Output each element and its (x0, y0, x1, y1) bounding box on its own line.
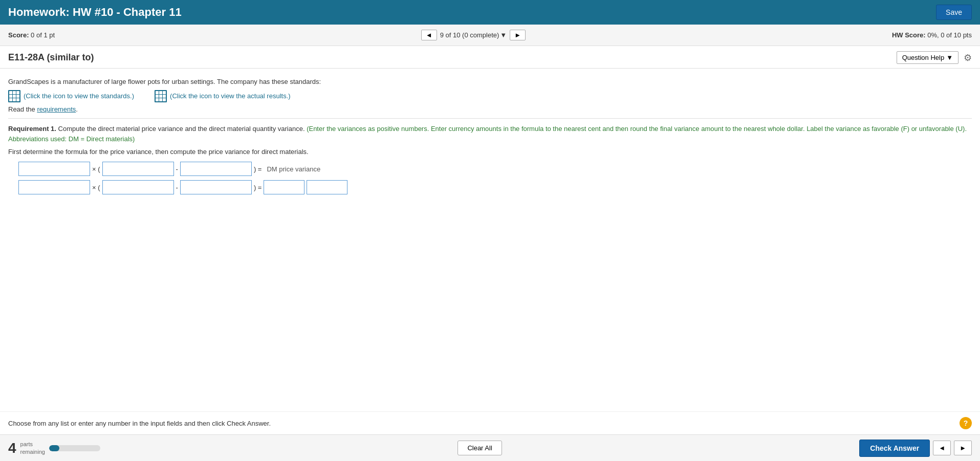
formula-row2-minus: - (176, 184, 178, 191)
formula-row2-variance-label[interactable] (307, 180, 347, 194)
question-help-arrow: ▼ (946, 54, 953, 61)
nav-prev-button[interactable]: ◄ (421, 30, 437, 40)
standards-grid-icon (8, 90, 20, 102)
sub-instruction: First determine the formula for the pric… (8, 148, 972, 156)
formula-row2-input3[interactable] (180, 180, 252, 194)
formula-row-1-labels: × ( - ) = DM price variance (18, 162, 972, 176)
results-grid-icon (155, 90, 167, 102)
formula-row1-input1[interactable] (18, 162, 90, 176)
formula-row2-input1[interactable] (18, 180, 90, 194)
requirements-line: Read the requirements. (8, 105, 972, 113)
formula-row1-close: ) = (254, 165, 262, 173)
formula-row2-result[interactable] (264, 180, 304, 194)
icon-link-row: (Click the icon to view the standards.) … (8, 90, 972, 102)
formula-row2-close: ) = (254, 184, 262, 191)
question-header: E11-28A (similar to) Question Help ▼ ⚙ (0, 46, 980, 69)
formula-row1-label: DM price variance (267, 165, 320, 173)
standards-link[interactable]: (Click the icon to view the standards.) (8, 90, 134, 102)
hw-score-value: 0%, 0 of 10 pts (927, 31, 972, 39)
results-link-text: (Click the icon to view the actual resul… (170, 92, 291, 100)
formula-row-2-values: × ( - ) = (18, 180, 972, 194)
save-button[interactable]: Save (936, 5, 972, 20)
requirements-link[interactable]: requirements (37, 105, 76, 113)
question-help-button[interactable]: Question Help ▼ (897, 51, 959, 64)
question-help-label: Question Help (902, 54, 944, 61)
main-content: GrandScapes is a manufacturer of large f… (0, 69, 980, 194)
nav-page-dropdown[interactable]: 9 of 10 (0 complete) ▼ (440, 31, 507, 39)
standards-link-text: (Click the icon to view the standards.) (24, 92, 134, 100)
nav-dropdown-arrow: ▼ (500, 31, 507, 39)
score-left: Score: 0 of 1 pt (8, 31, 55, 39)
nav-center: ◄ 9 of 10 (0 complete) ▼ ► (421, 30, 526, 40)
requirements-suffix: . (76, 105, 78, 113)
requirement-text: Compute the direct material price varian… (58, 125, 305, 133)
top-header: Homework: HW #10 - Chapter 11 Save (0, 0, 980, 25)
intro-text: GrandScapes is a manufacturer of large f… (8, 77, 972, 87)
score-right: HW Score: 0%, 0 of 10 pts (892, 31, 972, 39)
results-link[interactable]: (Click the icon to view the actual resul… (155, 90, 291, 102)
score-bar: Score: 0 of 1 pt ◄ 9 of 10 (0 complete) … (0, 25, 980, 46)
question-help-area: Question Help ▼ ⚙ (897, 51, 972, 64)
formula-row2-multiply: × ( (92, 184, 100, 191)
gear-icon[interactable]: ⚙ (964, 52, 972, 63)
formula-row1-input3[interactable] (180, 162, 252, 176)
formula-row1-multiply: × ( (92, 165, 100, 173)
score-value: 0 of 1 pt (31, 31, 55, 39)
divider (8, 118, 972, 119)
requirements-prefix: Read the (8, 105, 35, 113)
question-id: E11-28A (similar to) (8, 52, 94, 63)
nav-next-button[interactable]: ► (510, 30, 526, 40)
nav-page-text: 9 of 10 (0 complete) (440, 31, 499, 39)
requirement-num: Requirement 1. (8, 125, 56, 133)
requirement-heading: Requirement 1. Compute the direct materi… (8, 124, 972, 145)
page-title: Homework: HW #10 - Chapter 11 (8, 6, 182, 19)
hw-score-label: HW Score: (892, 31, 926, 39)
score-label: Score: (8, 31, 29, 39)
formula-row1-minus: - (176, 165, 178, 173)
formula-area: × ( - ) = DM price variance × ( - ) = (18, 162, 972, 194)
formula-row2-input2[interactable] (102, 180, 174, 194)
formula-row1-input2[interactable] (102, 162, 174, 176)
